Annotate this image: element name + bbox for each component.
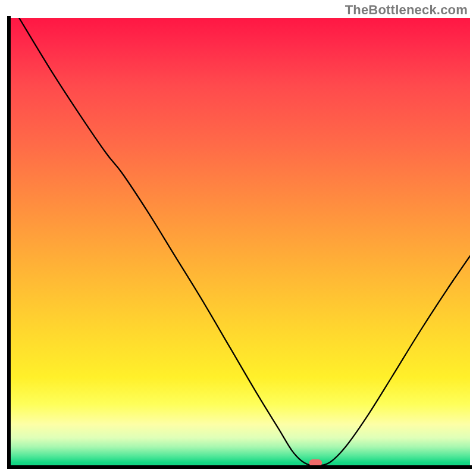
- plot-area: [9, 18, 470, 467]
- gradient-background: [9, 18, 470, 467]
- bottleneck-chart: TheBottleneck.com: [0, 0, 476, 476]
- plot-canvas: [0, 0, 476, 476]
